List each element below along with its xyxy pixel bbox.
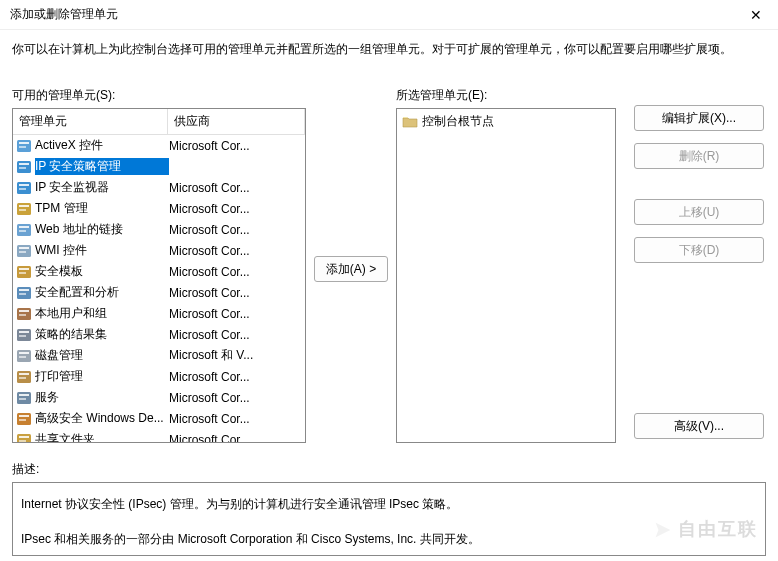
- list-item[interactable]: WMI 控件Microsoft Cor...: [13, 240, 305, 261]
- share-icon: [16, 432, 32, 444]
- item-name: ActiveX 控件: [35, 137, 169, 154]
- svg-rect-42: [17, 434, 31, 444]
- item-name: TPM 管理: [35, 200, 169, 217]
- svg-rect-28: [19, 331, 29, 333]
- svg-rect-13: [19, 226, 29, 228]
- svg-rect-26: [19, 314, 26, 316]
- svg-rect-4: [19, 163, 29, 165]
- item-name: WMI 控件: [35, 242, 169, 259]
- item-vendor: Microsoft Cor...: [169, 223, 302, 237]
- svg-rect-16: [19, 247, 29, 249]
- svg-rect-17: [19, 251, 26, 253]
- item-vendor: Microsoft Cor...: [169, 139, 302, 153]
- svg-rect-29: [19, 335, 26, 337]
- disk-icon: [16, 348, 32, 364]
- list-item[interactable]: ActiveX 控件Microsoft Cor...: [13, 135, 305, 156]
- ax-icon: [16, 138, 32, 154]
- ipsecmon-icon: [16, 180, 32, 196]
- wmi-icon: [16, 243, 32, 259]
- description-label: 描述:: [12, 461, 766, 478]
- col-vendor-header[interactable]: 供应商: [168, 109, 305, 134]
- list-item[interactable]: TPM 管理Microsoft Cor...: [13, 198, 305, 219]
- close-icon[interactable]: ✕: [744, 5, 768, 25]
- item-vendor: Microsoft Cor...: [169, 202, 302, 216]
- item-vendor: Microsoft Cor...: [169, 286, 302, 300]
- titlebar: 添加或删除管理单元 ✕: [0, 0, 778, 30]
- advanced-button[interactable]: 高级(V)...: [634, 413, 764, 439]
- available-label: 可用的管理单元(S):: [12, 87, 306, 104]
- selected-column: 所选管理单元(E): 控制台根节点: [396, 87, 616, 451]
- users-icon: [16, 306, 32, 322]
- list-item[interactable]: 安全模板Microsoft Cor...: [13, 261, 305, 282]
- item-name: 打印管理: [35, 368, 169, 385]
- svg-rect-32: [19, 356, 26, 358]
- description-section: 描述: Internet 协议安全性 (IPsec) 管理。为与别的计算机进行安…: [12, 461, 766, 556]
- svc-icon: [16, 390, 32, 406]
- move-up-button: 上移(U): [634, 199, 764, 225]
- available-rows[interactable]: ActiveX 控件Microsoft Cor...IP 安全策略管理Micro…: [13, 135, 305, 443]
- add-button[interactable]: 添加(A) >: [314, 256, 388, 282]
- svg-rect-14: [19, 230, 26, 232]
- item-vendor: Microsoft 和 V...: [169, 347, 302, 364]
- svg-rect-44: [19, 440, 26, 442]
- tpm-icon: [16, 201, 32, 217]
- list-item[interactable]: 打印管理Microsoft Cor...: [13, 366, 305, 387]
- svg-rect-19: [19, 268, 29, 270]
- item-vendor: Microsoft Cor...: [169, 265, 302, 279]
- item-vendor: Microsoft Cor...: [169, 244, 302, 258]
- list-item[interactable]: IP 安全监视器Microsoft Cor...: [13, 177, 305, 198]
- item-name: 高级安全 Windows De...: [35, 410, 169, 427]
- item-name: IP 安全策略管理: [35, 158, 169, 175]
- item-name: 安全模板: [35, 263, 169, 280]
- item-vendor: Microsoft Cor...: [169, 307, 302, 321]
- list-item[interactable]: 高级安全 Windows De...Microsoft Cor...: [13, 408, 305, 429]
- svg-rect-31: [19, 352, 29, 354]
- svg-rect-37: [19, 394, 29, 396]
- item-vendor: Microsoft Cor...: [169, 160, 302, 174]
- item-name: 磁盘管理: [35, 347, 169, 364]
- item-name: IP 安全监视器: [35, 179, 169, 196]
- firewall-icon: [16, 411, 32, 427]
- list-item[interactable]: 服务Microsoft Cor...: [13, 387, 305, 408]
- svg-rect-38: [19, 398, 26, 400]
- content-area: 你可以在计算机上为此控制台选择可用的管理单元并配置所选的一组管理单元。对于可扩展…: [0, 30, 778, 556]
- selected-treebox[interactable]: 控制台根节点: [396, 108, 616, 443]
- svg-rect-41: [19, 419, 26, 421]
- description-line1: Internet 协议安全性 (IPsec) 管理。为与别的计算机进行安全通讯管…: [21, 493, 757, 516]
- item-name: Web 地址的链接: [35, 221, 169, 238]
- item-name: 服务: [35, 389, 169, 406]
- list-item[interactable]: IP 安全策略管理Microsoft Cor...: [13, 156, 305, 177]
- list-item[interactable]: 本地用户和组Microsoft Cor...: [13, 303, 305, 324]
- item-vendor: Microsoft Cor...: [169, 391, 302, 405]
- available-listbox[interactable]: 管理单元 供应商 ActiveX 控件Microsoft Cor...IP 安全…: [12, 108, 306, 443]
- svg-rect-35: [19, 377, 26, 379]
- item-vendor: Microsoft Cor...: [169, 433, 302, 444]
- item-name: 本地用户和组: [35, 305, 169, 322]
- col-name-header[interactable]: 管理单元: [13, 109, 168, 134]
- tree-root-label: 控制台根节点: [422, 113, 494, 130]
- middle-column: 添加(A) >: [306, 87, 396, 451]
- buttons-column: 编辑扩展(X)... 删除(R) 上移(U) 下移(D) 高级(V)...: [616, 87, 766, 451]
- folder-icon: [402, 114, 418, 130]
- intro-text: 你可以在计算机上为此控制台选择可用的管理单元并配置所选的一组管理单元。对于可扩展…: [12, 40, 766, 59]
- svg-rect-25: [19, 310, 29, 312]
- list-item[interactable]: 共享文件夹Microsoft Cor...: [13, 429, 305, 443]
- list-item[interactable]: 磁盘管理Microsoft 和 V...: [13, 345, 305, 366]
- svg-rect-34: [19, 373, 29, 375]
- description-box: Internet 协议安全性 (IPsec) 管理。为与别的计算机进行安全通讯管…: [12, 482, 766, 556]
- remove-button: 删除(R): [634, 143, 764, 169]
- tree-root[interactable]: 控制台根节点: [400, 112, 612, 131]
- window-title: 添加或删除管理单元: [10, 6, 744, 23]
- list-item[interactable]: Web 地址的链接Microsoft Cor...: [13, 219, 305, 240]
- svg-rect-20: [19, 272, 26, 274]
- svg-rect-10: [19, 205, 29, 207]
- available-column: 可用的管理单元(S): 管理单元 供应商 ActiveX 控件Microsoft…: [12, 87, 306, 451]
- sectpl-icon: [16, 264, 32, 280]
- edit-extensions-button[interactable]: 编辑扩展(X)...: [634, 105, 764, 131]
- move-down-button: 下移(D): [634, 237, 764, 263]
- list-item[interactable]: 安全配置和分析Microsoft Cor...: [13, 282, 305, 303]
- rsop-icon: [16, 327, 32, 343]
- print-icon: [16, 369, 32, 385]
- svg-rect-23: [19, 293, 26, 295]
- list-item[interactable]: 策略的结果集Microsoft Cor...: [13, 324, 305, 345]
